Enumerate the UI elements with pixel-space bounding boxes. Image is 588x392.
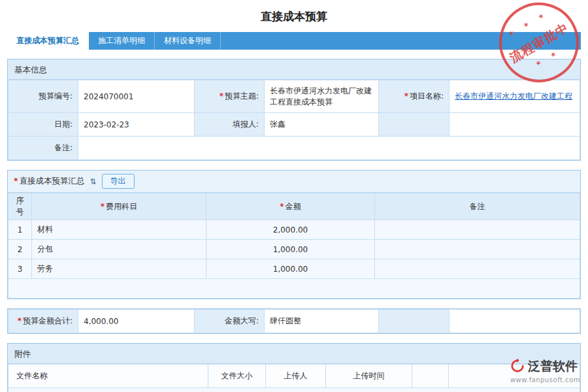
table-row: 预算编号: 2024070001 *预算主题: 长春市伊通河水力发电厂改建工程直… (8, 80, 580, 113)
col-upload-time: 上传时间 (326, 365, 412, 388)
empty-table-row (8, 388, 580, 392)
export-button[interactable]: 导出 (102, 174, 135, 189)
col-subject: *费用科目 (32, 193, 206, 220)
required-marker: * (280, 202, 284, 211)
table-row: 3 劳务 1,000.00 (8, 259, 580, 279)
table-header-row: 序号 *费用科目 *金额 备注 (8, 193, 580, 220)
amount-words-label: 金额大写: (195, 310, 265, 333)
required-marker: * (18, 316, 22, 325)
cell-subject: 劳务 (32, 259, 206, 279)
project-name-link[interactable]: 长春市伊通河水力发电厂改建工程 (455, 91, 572, 101)
tab-construction-list-detail[interactable]: 施工清单明细 (89, 32, 155, 50)
empty-cell (8, 279, 580, 299)
cell-remark (375, 259, 580, 279)
brand-url[interactable]: www.fanpusoft.com (510, 376, 580, 384)
table-row: 备注: (8, 137, 580, 160)
subject-value: 长春市伊通河水力发电厂改建工程直接成本预算 (265, 80, 379, 113)
required-marker: * (101, 202, 105, 211)
col-uploader: 上传人 (266, 365, 326, 388)
basic-info-table: 预算编号: 2024070001 *预算主题: 长春市伊通河水力发电厂改建工程直… (8, 80, 580, 160)
table-row: 1 材料 2,000.00 (8, 220, 580, 240)
empty-value-cell (449, 310, 580, 333)
empty-cell (8, 388, 580, 392)
reporter-value: 张鑫 (265, 113, 379, 137)
cell-no: 2 (8, 240, 32, 259)
col-no: 序号 (8, 193, 32, 220)
date-label: 日期: (8, 113, 78, 137)
totals-section: *预算金额合计: 4,000.00 金额大写: 肆仟圆整 (7, 308, 581, 334)
attachments-title: 附件 (8, 344, 580, 364)
cell-no: 3 (8, 259, 32, 279)
empty-label-cell (379, 310, 449, 333)
remark-value (78, 137, 580, 160)
fanpu-logo-icon (510, 359, 525, 375)
cell-subject: 分包 (32, 240, 206, 259)
table-row: 2 分包 1,000.00 (8, 240, 580, 259)
sort-icon[interactable]: ⇅ (90, 177, 97, 186)
reporter-label: 填报人: (195, 113, 265, 137)
basic-info-section: 基本信息 预算编号: 2024070001 *预算主题: 长春市伊通河水力发电厂… (7, 59, 581, 161)
cell-remark (375, 240, 580, 259)
tab-bar: 直接成本预算汇总 施工清单明细 材料设备明细 (7, 32, 581, 50)
empty-label-cell (379, 113, 449, 137)
col-file-name: 文件名称 (8, 365, 208, 388)
total-amount-label: *预算金额合计: (8, 310, 78, 333)
project-name-label: *项目名称: (379, 80, 449, 113)
cell-amount: 1,000.00 (206, 240, 375, 259)
summary-toolbar: *直接成本预算汇总 ⇅ 导出 (8, 171, 580, 193)
date-value: 2023-02-23 (78, 113, 195, 137)
total-amount-value: 4,000.00 (78, 310, 195, 333)
tab-material-equipment-detail[interactable]: 材料设备明细 (155, 32, 221, 50)
subject-label: *预算主题: (195, 80, 265, 113)
cell-subject: 材料 (32, 220, 206, 240)
totals-table: *预算金额合计: 4,000.00 金额大写: 肆仟圆整 (8, 309, 580, 333)
brand-name: 泛普软件 (528, 358, 578, 375)
remark-label: 备注: (8, 137, 78, 160)
col-file-size: 文件大小 (208, 365, 266, 388)
amount-words-value: 肆仟圆整 (265, 310, 379, 333)
col-remark: 备注 (375, 193, 580, 220)
cell-no: 1 (8, 220, 32, 240)
summary-section: *直接成本预算汇总 ⇅ 导出 序号 *费用科目 *金额 备注 1 材料 2,00… (7, 170, 581, 299)
summary-title: *直接成本预算汇总 (14, 176, 85, 187)
table-header-row: 文件名称 文件大小 上传人 上传时间 (8, 365, 580, 388)
page-title: 直接成本预算 (0, 0, 588, 32)
cell-remark (375, 220, 580, 240)
attachments-table: 文件名称 文件大小 上传人 上传时间 (8, 364, 580, 392)
project-name-cell: 长春市伊通河水力发电厂改建工程 (449, 80, 580, 113)
required-marker: * (404, 91, 408, 101)
fanpu-brand: 泛普软件 www.fanpusoft.com (510, 358, 580, 384)
tab-direct-cost-summary[interactable]: 直接成本预算汇总 (7, 32, 89, 50)
empty-header-cell (412, 365, 449, 388)
required-marker: * (220, 91, 223, 101)
budget-no-value: 2024070001 (78, 80, 195, 113)
cell-amount: 2,000.00 (206, 220, 375, 240)
attachments-section: 附件 文件名称 文件大小 上传人 上传时间 (7, 343, 581, 392)
required-marker: * (14, 176, 18, 186)
empty-table-row (8, 279, 580, 299)
summary-table: 序号 *费用科目 *金额 备注 1 材料 2,000.00 2 分包 1,000… (8, 193, 580, 299)
empty-value-cell (449, 113, 580, 137)
basic-info-title: 基本信息 (8, 59, 580, 80)
table-row: 日期: 2023-02-23 填报人: 张鑫 (8, 113, 580, 137)
col-amount: *金额 (206, 193, 375, 220)
cell-amount: 1,000.00 (206, 259, 375, 279)
budget-no-label: 预算编号: (8, 80, 78, 113)
table-row: *预算金额合计: 4,000.00 金额大写: 肆仟圆整 (8, 310, 580, 333)
